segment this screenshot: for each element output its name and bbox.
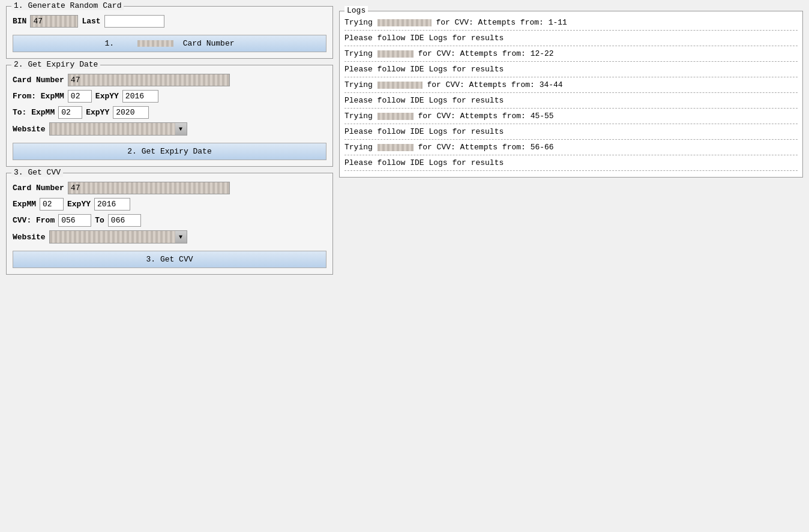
section3-expmm-input[interactable] [40,198,64,211]
section2-to-mm-input[interactable] [58,106,82,119]
log-masked-1 [377,19,432,26]
get-cvv-button[interactable]: 3. Get CVV [13,251,326,268]
section2-title: 2. Get Expiry Date [11,60,100,69]
log-masked-3 [377,50,414,58]
section3-website-select[interactable] [49,230,187,244]
log-line-8: Please follow IDE Logs for results [344,125,798,138]
log-line-9: Trying for CVV: Attempts from: 56-66 [344,141,798,154]
get-expiry-date-button[interactable]: 2. Get Expiry Date [13,143,326,160]
log-masked-5 [377,82,423,89]
section2-website-select[interactable] [49,122,187,136]
log-line-7: Trying for CVV: Attempts from: 45-55 [344,110,798,122]
section2-to-yy-input[interactable] [113,106,149,119]
section3-cvv-from-input[interactable] [58,214,91,227]
section-get-cvv: 3. Get CVV Card Number ExpMM ExpYY CVV: … [6,173,333,275]
bin-label: BIN [13,17,26,26]
log-line-1: Trying for CVV: Attempts from: 1-11 [344,16,798,29]
section3-cvv-from-label: CVV: From [13,216,55,225]
section3-cvv-to-label: To [95,216,104,225]
log-divider-9 [344,155,798,155]
generate-card-button[interactable]: 1. Card Number [13,35,326,52]
log-divider-6 [344,108,798,109]
last-input[interactable] [104,15,164,28]
section-expiry-date: 2. Get Expiry Date Card Number From: Exp… [6,65,333,167]
section2-from-yy-label: ExpYY [95,92,119,101]
section3-title: 3. Get CVV [11,168,63,177]
section2-card-number-input[interactable] [68,74,230,86]
log-line-3: Trying for CVV: Attempts from: 12-22 [344,47,798,60]
section3-cvv-to-input[interactable] [108,214,141,227]
log-masked-7 [377,113,414,120]
section1-title: 1. Generate Random Card [11,1,124,10]
bin-input[interactable] [30,15,78,28]
section3-expyy-input[interactable] [94,198,130,211]
section2-website-label: Website [13,125,46,134]
log-masked-9 [377,144,414,151]
log-line-2: Please follow IDE Logs for results [344,32,798,44]
log-divider-10 [344,170,798,171]
section3-dropdown-arrow-icon[interactable]: ▼ [175,230,187,244]
log-line-4: Please follow IDE Logs for results [344,63,798,76]
logs-content: Trying for CVV: Attempts from: 1-11 Plea… [344,16,798,171]
section2-to-yy-label: ExpYY [86,108,109,117]
log-divider-2 [344,46,798,46]
section2-website-wrapper: ▼ [49,122,187,136]
section3-website-label: Website [13,233,46,242]
section3-expyy-label: ExpYY [67,200,91,209]
section2-from-label: From: ExpMM [13,92,64,101]
section2-dropdown-arrow-icon[interactable]: ▼ [175,122,187,136]
log-divider-3 [344,61,798,62]
section3-card-number-input[interactable] [68,182,230,194]
log-line-10: Please follow IDE Logs for results [344,157,798,169]
log-divider-8 [344,139,798,140]
section2-from-mm-input[interactable] [68,90,92,103]
logs-title: Logs [344,6,368,15]
section-generate-card: 1. Generate Random Card BIN Last 1. Card… [6,6,333,59]
log-divider-5 [344,92,798,93]
section2-from-yy-input[interactable] [122,90,158,103]
logs-panel: Logs Trying for CVV: Attempts from: 1-11… [339,11,803,178]
log-divider-1 [344,30,798,31]
log-line-6: Please follow IDE Logs for results [344,94,798,107]
section2-to-label: To: ExpMM [13,108,55,117]
log-line-5: Trying for CVV: Attempts from: 34-44 [344,79,798,91]
section3-website-wrapper: ▼ [49,230,187,244]
log-divider-4 [344,77,798,77]
log-divider-7 [344,124,798,124]
section2-card-number-label: Card Number [13,76,64,85]
section3-card-number-label: Card Number [13,184,64,193]
section3-expmm-label: ExpMM [13,200,36,209]
last-label: Last [82,17,100,26]
